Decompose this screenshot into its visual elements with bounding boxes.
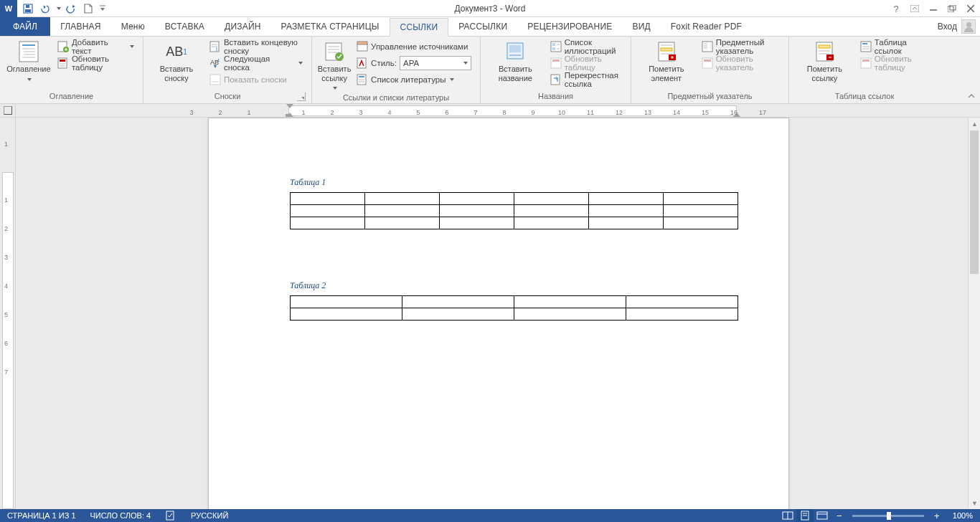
view-print-layout[interactable]	[796, 509, 814, 522]
ruler-bar: 3211234567891011121314151617	[0, 104, 980, 118]
table-of-figures-button[interactable]: Список иллюстраций	[547, 39, 625, 54]
group-footnotes: AB1 Вставить сноску i Вставить концевую …	[143, 37, 312, 103]
scroll-thumb[interactable]	[970, 130, 979, 274]
mark-citation-icon	[813, 40, 836, 63]
insert-caption-label: Вставить название	[489, 65, 542, 82]
citation-style-select[interactable]: APA	[400, 56, 471, 70]
insert-endnote-button[interactable]: i Вставить концевую сноску	[207, 39, 306, 54]
zoom-slider[interactable]	[852, 515, 924, 517]
update-authorities-button: Обновить таблицу	[857, 55, 934, 71]
qat-redo[interactable]	[63, 1, 79, 16]
add-text-icon	[57, 41, 69, 52]
maximize-button[interactable]	[943, 1, 961, 16]
view-web-layout[interactable]	[814, 509, 831, 522]
scroll-up[interactable]: ▲	[969, 118, 980, 130]
update-figures-icon	[550, 57, 562, 69]
update-figures-label: Обновить таблицу	[565, 54, 622, 72]
update-authorities-label: Обновить таблицу	[875, 54, 931, 72]
table-caption-2: Таблица 2	[290, 280, 326, 291]
qat-customize[interactable]	[98, 1, 108, 16]
insert-authorities-button[interactable]: Таблица ссылок	[857, 39, 934, 54]
status-page[interactable]: СТРАНИЦА 1 ИЗ 1	[0, 509, 83, 522]
manage-sources-button[interactable]: Управление источниками	[354, 39, 474, 54]
qat-undo-more[interactable]	[55, 1, 62, 16]
tab-foxit[interactable]: Foxit Reader PDF	[661, 17, 752, 36]
collapse-ribbon-button[interactable]	[966, 90, 977, 102]
title-bar: W Документ3 - Word ?	[0, 0, 980, 17]
show-footnotes-icon	[209, 74, 221, 85]
zoom-out[interactable]: −	[831, 509, 848, 522]
qat-undo[interactable]	[37, 1, 53, 16]
bibliography-button[interactable]: Список литературы	[354, 72, 474, 87]
tab-view[interactable]: ВИД	[622, 17, 660, 36]
update-index-label: Обновить указатель	[716, 54, 780, 72]
mark-citation-button[interactable]: Пометить ссылку	[795, 39, 854, 84]
horizontal-ruler[interactable]: 3211234567891011121314151617	[16, 104, 980, 117]
svg-rect-82	[862, 60, 870, 62]
toc-icon	[17, 40, 40, 63]
mark-entry-label: Пометить элемент	[640, 65, 693, 82]
minimize-button[interactable]	[924, 1, 943, 16]
tab-insert[interactable]: ВСТАВКА	[155, 17, 215, 36]
vertical-scrollbar[interactable]: ▲ ▼	[968, 118, 980, 509]
tab-selector[interactable]	[0, 104, 16, 117]
svg-text:1: 1	[217, 58, 220, 62]
tab-mailings[interactable]: РАССЫЛКИ	[448, 17, 517, 36]
toc-button[interactable]: Оглавление	[6, 39, 52, 84]
ribbon-display-options[interactable]	[905, 1, 924, 16]
svg-rect-89	[817, 512, 827, 519]
status-proofing[interactable]	[158, 509, 184, 522]
document-canvas[interactable]: Таблица 1 Таблица 2	[16, 118, 980, 509]
bibliography-label: Список литературы	[371, 75, 446, 84]
tab-file[interactable]: ФАЙЛ	[0, 17, 50, 36]
word-app-icon: W	[0, 0, 17, 17]
svg-rect-30	[210, 75, 220, 85]
svg-rect-7	[950, 5, 956, 10]
tab-review[interactable]: РЕЦЕНЗИРОВАНИЕ	[517, 17, 622, 36]
footnotes-dialog-launcher[interactable]	[297, 92, 306, 101]
table-2[interactable]	[290, 295, 738, 321]
first-line-indent[interactable]	[286, 104, 293, 108]
mark-entry-button[interactable]: Пометить элемент	[637, 39, 696, 84]
tab-menu[interactable]: Меню	[111, 17, 155, 36]
group-citations: Вставить ссылку Управление источниками С…	[312, 37, 481, 103]
tab-references[interactable]: ССЫЛКИ	[390, 18, 449, 37]
status-bar: СТРАНИЦА 1 ИЗ 1 ЧИСЛО СЛОВ: 4 РУССКИЙ − …	[0, 509, 980, 522]
add-text-button[interactable]: Добавить текст	[55, 39, 137, 54]
add-text-label: Добавить текст	[72, 38, 126, 55]
view-read-mode[interactable]	[779, 509, 796, 522]
help-button[interactable]: ?	[887, 1, 905, 16]
update-toc-button[interactable]: Обновить таблицу	[55, 55, 137, 71]
insert-footnote-button[interactable]: AB1 Вставить сноску	[149, 39, 204, 84]
table-1[interactable]	[290, 192, 738, 229]
insert-citation-button[interactable]: Вставить ссылку	[318, 39, 351, 93]
group-captions: Вставить название Список иллюстраций Обн…	[481, 37, 631, 103]
status-language[interactable]: РУССКИЙ	[184, 509, 235, 522]
tab-design[interactable]: ДИЗАЙН	[215, 17, 271, 36]
svg-text:i: i	[216, 46, 217, 52]
zoom-level[interactable]: 100%	[946, 509, 980, 522]
next-footnote-button[interactable]: AB1 Следующая сноска	[207, 55, 306, 71]
zoom-in[interactable]: +	[928, 509, 946, 522]
vertical-ruler[interactable]: 11234567	[0, 118, 16, 509]
qat-save[interactable]	[20, 1, 36, 16]
left-indent[interactable]	[286, 114, 291, 117]
tab-home[interactable]: ГЛАВНАЯ	[50, 17, 110, 36]
sign-in[interactable]: Вход	[938, 17, 976, 36]
qat-new-doc[interactable]	[80, 1, 96, 16]
citation-icon	[323, 40, 346, 63]
authorities-icon	[860, 41, 872, 52]
update-index-button: Обновить указатель	[699, 55, 783, 71]
zoom-thumb[interactable]	[887, 512, 891, 520]
svg-rect-21	[60, 60, 65, 62]
status-word-count[interactable]: ЧИСЛО СЛОВ: 4	[83, 509, 159, 522]
cross-reference-button[interactable]: Перекрестная ссылка	[547, 72, 625, 87]
insert-caption-button[interactable]: Вставить название	[486, 39, 545, 84]
insert-index-icon	[702, 41, 713, 52]
quick-access-toolbar	[20, 1, 108, 16]
tab-page-layout[interactable]: РАЗМЕТКА СТРАНИЦЫ	[271, 17, 390, 36]
scroll-down[interactable]: ▼	[969, 497, 980, 509]
insert-index-button[interactable]: Предметный указатель	[699, 39, 783, 54]
svg-rect-53	[552, 60, 560, 62]
close-button[interactable]	[961, 1, 980, 16]
